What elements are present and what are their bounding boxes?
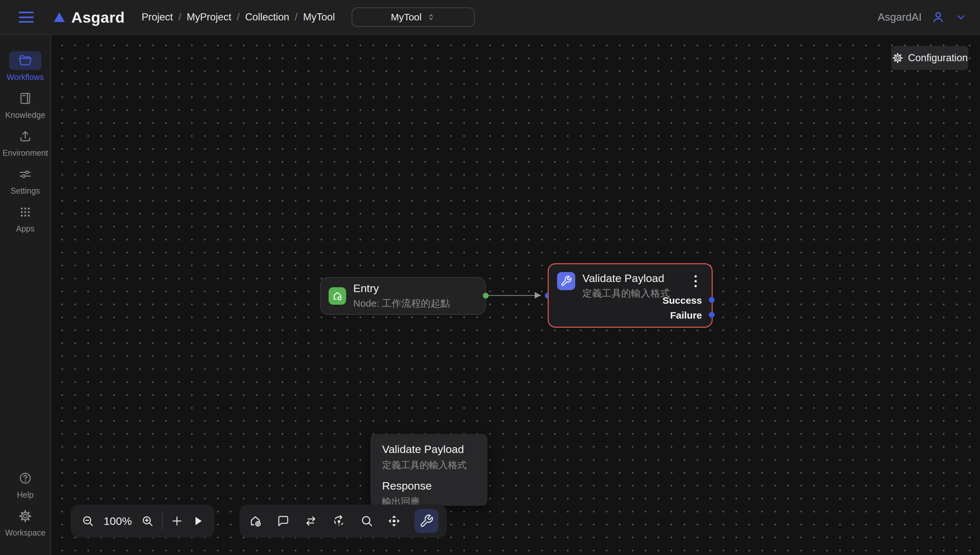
workflow-canvas[interactable]: Configuration Entry Node: 工作流程的起點 [51, 35, 980, 555]
output-label-success: Success [662, 295, 702, 306]
apps-grid-icon [9, 203, 42, 221]
tools-icon[interactable] [419, 514, 434, 528]
node-validate-text: Validate Payload 定義工具的輸入格式 [583, 272, 670, 300]
breadcrumb-collection[interactable]: Collection [245, 11, 289, 23]
rerun-icon[interactable] [331, 513, 346, 528]
node-title: Entry [353, 282, 450, 295]
edge-arrowhead-icon [535, 292, 541, 298]
configuration-button[interactable]: Configuration [891, 46, 968, 70]
sidebar-item-workspace[interactable]: Workspace [5, 507, 46, 537]
gear-icon [9, 507, 42, 526]
zoom-toolbar: 100% [71, 504, 214, 537]
breadcrumb-separator: / [173, 11, 187, 23]
fit-view-icon[interactable] [387, 514, 401, 528]
sidebar-item-workflows[interactable]: Workflows [7, 51, 44, 82]
node-entry[interactable]: Entry Node: 工作流程的起點 [320, 277, 486, 315]
user-avatar-icon[interactable] [931, 10, 946, 25]
sidebar-item-label: Knowledge [5, 111, 45, 120]
popup-item-validate-payload[interactable]: Validate Payload 定義工具的輸入格式 [382, 443, 476, 472]
tools-active-pill [415, 509, 438, 533]
node-menu-kebab-icon[interactable] [692, 273, 699, 289]
popup-item-title: Response [382, 480, 476, 492]
popup-item-response[interactable]: Response 輸出回應 [382, 480, 476, 508]
logo-text: Asgard [71, 8, 125, 26]
edge-entry-to-validate [486, 295, 541, 296]
logo[interactable]: Asgard [53, 8, 125, 26]
sidebar-item-settings[interactable]: Settings [9, 165, 42, 196]
swap-connection-icon[interactable] [303, 513, 318, 528]
validate-success-port[interactable] [709, 297, 714, 303]
sidebar: Workflows Knowledge Environment [0, 35, 51, 555]
sidebar-item-label: Settings [11, 186, 40, 196]
popup-item-title: Validate Payload [382, 443, 476, 456]
sidebar-item-help[interactable]: Help [9, 469, 42, 500]
header: Asgard Project / MyProject / Collection … [0, 0, 980, 35]
node-validate-payload[interactable]: Validate Payload 定義工具的輸入格式 Success Failu… [548, 263, 713, 328]
breadcrumb-project[interactable]: Project [142, 11, 173, 23]
toolbar-divider [162, 512, 163, 530]
sidebar-item-label: Workspace [5, 528, 46, 537]
book-icon [9, 89, 42, 108]
upload-icon [9, 127, 42, 146]
house-plus-icon [328, 287, 346, 305]
zoom-in-icon[interactable] [141, 514, 154, 528]
sidebar-item-environment[interactable]: Environment [3, 127, 48, 158]
node-subtitle: Node: 工作流程的起點 [353, 297, 450, 310]
account-chevron-down-icon[interactable] [955, 11, 967, 23]
user-label: AsgardAI [878, 11, 922, 23]
comment-icon[interactable] [276, 514, 290, 528]
breadcrumb-separator: / [232, 11, 245, 23]
zoom-level: 100% [102, 515, 133, 528]
sidebar-item-label: Help [17, 490, 34, 500]
folder-open-icon [9, 51, 42, 70]
node-subtitle: 定義工具的輸入格式 [583, 287, 670, 300]
popup-item-subtitle: 定義工具的輸入格式 [382, 459, 476, 472]
sidebar-item-label: Workflows [7, 72, 44, 82]
tools-toolbar [240, 504, 447, 537]
triangle-logo-icon [53, 10, 66, 24]
sidebar-item-label: Environment [3, 148, 48, 158]
breadcrumb: Project / MyProject / Collection / MyToo… [142, 11, 335, 23]
chevron-updown-icon [426, 12, 436, 22]
zoom-out-icon[interactable] [81, 514, 95, 528]
tool-select-value: MyTool [391, 12, 422, 22]
sliders-icon [9, 165, 42, 184]
node-entry-text: Entry Node: 工作流程的起點 [353, 282, 450, 310]
entry-output-port[interactable] [483, 293, 489, 298]
configuration-label: Configuration [908, 52, 968, 64]
gear-icon [892, 52, 904, 64]
app-window: Asgard Project / MyProject / Collection … [0, 0, 980, 555]
tool-select-dropdown[interactable]: MyTool [352, 8, 475, 27]
sidebar-item-knowledge[interactable]: Knowledge [5, 89, 45, 120]
add-icon[interactable] [170, 514, 184, 528]
header-right: AsgardAI [878, 10, 967, 25]
breadcrumb-separator: / [290, 11, 303, 23]
sidebar-item-label: Apps [16, 224, 35, 233]
menu-icon[interactable] [19, 12, 34, 22]
wrench-icon [557, 272, 575, 290]
breadcrumb-myproject[interactable]: MyProject [187, 11, 232, 23]
add-entry-icon[interactable] [248, 513, 263, 528]
run-icon[interactable] [191, 515, 204, 528]
node-title: Validate Payload [583, 272, 670, 285]
search-icon[interactable] [360, 514, 374, 528]
tool-popup-menu: Validate Payload 定義工具的輸入格式 Response 輸出回應 [370, 434, 488, 506]
sidebar-item-apps[interactable]: Apps [9, 203, 42, 233]
help-circle-icon [9, 469, 42, 488]
output-label-failure: Failure [670, 310, 702, 321]
validate-failure-port[interactable] [709, 312, 714, 318]
breadcrumb-mytool[interactable]: MyTool [303, 11, 335, 23]
